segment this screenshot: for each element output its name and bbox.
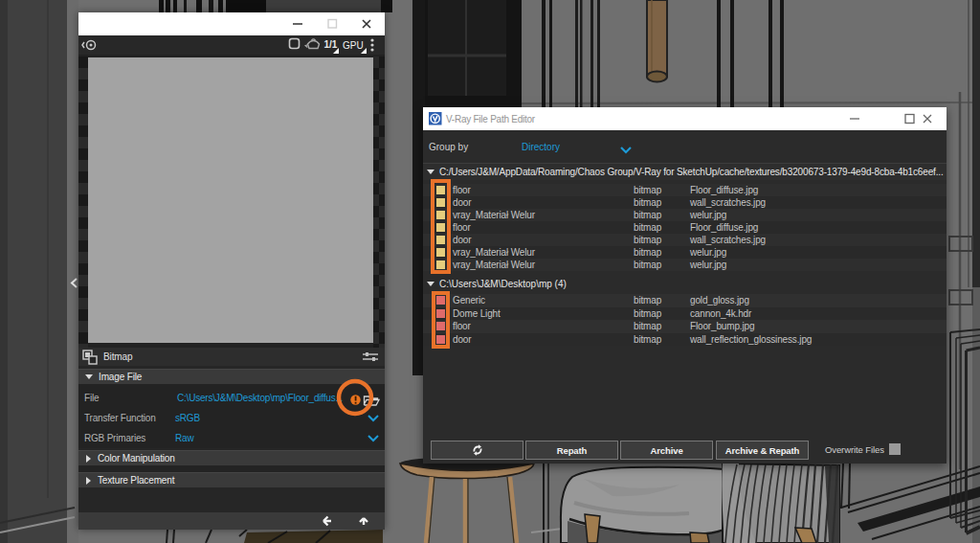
svg-text:GPU: GPU — [343, 40, 364, 51]
svg-text:1/1: 1/1 — [324, 39, 338, 50]
svg-text:V-Ray File Path Editor: V-Ray File Path Editor — [446, 114, 536, 124]
